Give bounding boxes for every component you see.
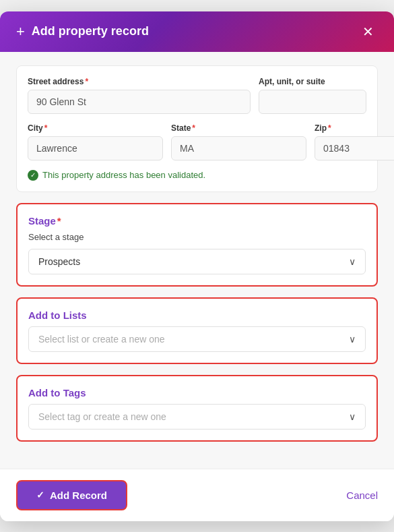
- lists-placeholder: Select list or create a new one: [38, 334, 165, 345]
- stage-subtitle: Select a stage: [28, 232, 366, 242]
- apt-input[interactable]: [259, 90, 366, 114]
- state-label: State*: [171, 123, 306, 133]
- street-label: Street address*: [28, 77, 251, 86]
- stage-selected-value: Prospects: [38, 256, 80, 267]
- modal-body: Street address* Apt, unit, or suite City…: [0, 52, 394, 469]
- stage-dropdown[interactable]: Prospects ∨: [28, 249, 366, 274]
- add-record-check-icon: ✓: [36, 490, 44, 500]
- address-section: Street address* Apt, unit, or suite City…: [16, 65, 378, 192]
- city-label: City*: [28, 123, 163, 133]
- add-record-button[interactable]: ✓ Add Record: [16, 480, 127, 510]
- header-left: + Add property record: [16, 24, 149, 39]
- tags-dropdown[interactable]: Select tag or create a new one ∨: [28, 404, 366, 430]
- stage-section: Stage* Select a stage Prospects ∨: [16, 203, 378, 287]
- stage-title: Stage*: [28, 215, 366, 227]
- tags-section: Add to Tags Select tag or create a new o…: [16, 375, 378, 442]
- state-input[interactable]: [171, 136, 306, 160]
- street-group: Street address*: [28, 77, 251, 114]
- lists-title: Add to Lists: [28, 309, 366, 321]
- city-state-zip-row: City* State* Zip*: [28, 123, 366, 160]
- modal-header: + Add property record ✕: [0, 11, 394, 52]
- modal-footer: ✓ Add Record Cancel: [0, 469, 394, 521]
- stage-chevron-icon: ∨: [349, 256, 356, 267]
- validation-check-icon: ✓: [28, 170, 38, 181]
- lists-section: Add to Lists Select list or create a new…: [16, 297, 378, 364]
- modal-title: Add property record: [32, 24, 149, 38]
- zip-input[interactable]: [315, 136, 394, 160]
- tags-chevron-icon: ∨: [349, 411, 356, 422]
- city-input[interactable]: [28, 136, 163, 160]
- plus-icon: +: [16, 24, 25, 39]
- add-property-modal: + Add property record ✕ Street address* …: [0, 11, 394, 521]
- apt-group: Apt, unit, or suite: [259, 77, 366, 114]
- validation-text: This property address has been validated…: [42, 170, 205, 180]
- street-row: Street address* Apt, unit, or suite: [28, 77, 366, 114]
- zip-label: Zip*: [315, 123, 394, 133]
- lists-chevron-icon: ∨: [349, 334, 356, 345]
- tags-placeholder: Select tag or create a new one: [38, 411, 166, 422]
- street-input[interactable]: [28, 90, 251, 114]
- tags-title: Add to Tags: [28, 387, 366, 398]
- add-record-label: Add Record: [50, 490, 107, 501]
- city-group: City*: [28, 123, 163, 160]
- close-button[interactable]: ✕: [358, 24, 378, 40]
- validation-message: ✓ This property address has been validat…: [28, 170, 366, 181]
- zip-group: Zip*: [315, 123, 394, 160]
- cancel-button[interactable]: Cancel: [346, 490, 378, 501]
- apt-label: Apt, unit, or suite: [259, 77, 366, 86]
- state-group: State*: [171, 123, 306, 160]
- lists-dropdown[interactable]: Select list or create a new one ∨: [28, 326, 366, 352]
